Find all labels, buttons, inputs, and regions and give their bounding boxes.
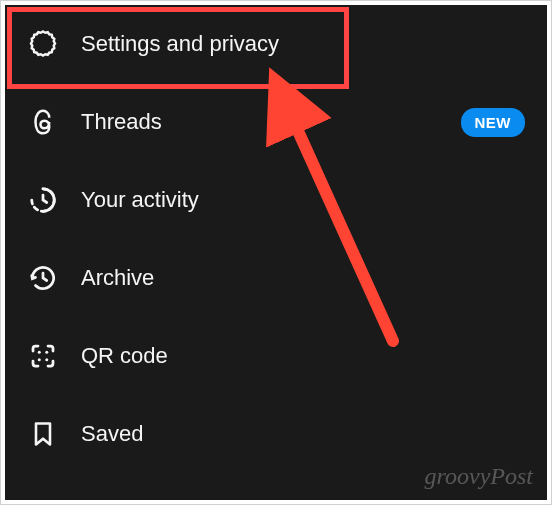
history-icon: [27, 262, 59, 294]
menu-item-threads[interactable]: Threads NEW: [5, 83, 547, 161]
qr-icon: [27, 340, 59, 372]
menu-item-settings-privacy[interactable]: Settings and privacy: [5, 5, 547, 83]
svg-point-2: [38, 358, 41, 361]
svg-point-0: [38, 351, 41, 354]
menu-item-saved[interactable]: Saved: [5, 395, 547, 473]
clock-dashed-icon: [27, 184, 59, 216]
svg-point-3: [45, 358, 48, 361]
menu-item-label: Your activity: [81, 187, 525, 213]
bookmark-icon: [27, 418, 59, 450]
menu-item-archive[interactable]: Archive: [5, 239, 547, 317]
menu-item-label: Archive: [81, 265, 525, 291]
menu-item-label: Saved: [81, 421, 525, 447]
menu-item-label: Settings and privacy: [81, 31, 525, 57]
menu-item-your-activity[interactable]: Your activity: [5, 161, 547, 239]
svg-point-1: [45, 351, 48, 354]
gear-icon: [27, 28, 59, 60]
at-icon: [27, 106, 59, 138]
menu-item-label: QR code: [81, 343, 525, 369]
menu-panel: Settings and privacy Threads NEW Your ac…: [5, 5, 547, 500]
new-badge: NEW: [461, 108, 526, 137]
menu-item-label: Threads: [81, 109, 461, 135]
menu-item-qr-code[interactable]: QR code: [5, 317, 547, 395]
